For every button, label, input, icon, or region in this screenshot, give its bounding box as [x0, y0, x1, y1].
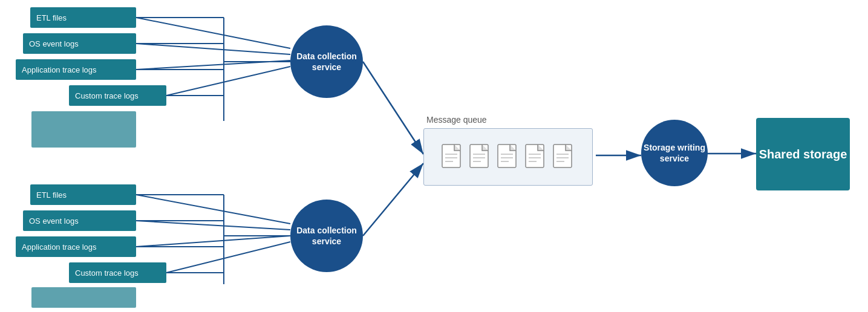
svg-line-23 [363, 163, 423, 236]
os-event-logs-bot: OS event logs [23, 210, 136, 231]
page-icon-2 [469, 143, 492, 171]
svg-line-3 [136, 44, 290, 54]
svg-line-13 [136, 195, 290, 224]
architecture-diagram: ETL files OS event logs Application trac… [0, 0, 868, 312]
custom-trace-logs-bot: Custom trace logs [69, 262, 166, 283]
etl-files-bot: ETL files [30, 184, 136, 205]
svg-line-4 [136, 60, 290, 70]
shared-storage-box: Shared storage [756, 118, 850, 190]
svg-line-16 [166, 242, 290, 273]
page-icon-5 [552, 143, 575, 171]
page-icon-4 [524, 143, 547, 171]
svg-line-14 [136, 221, 290, 230]
page-icon-3 [497, 143, 520, 171]
queue-box [423, 128, 593, 186]
etl-files-top: ETL files [30, 7, 136, 28]
svg-line-5 [166, 67, 290, 96]
data-collection-circle-bot: Data collection service [290, 200, 363, 272]
custom-trace-logs-top: Custom trace logs [69, 85, 166, 106]
svg-line-2 [136, 18, 290, 48]
svg-line-15 [136, 236, 290, 247]
app-trace-logs-bot: Application trace logs [16, 236, 136, 257]
data-collection-circle-top: Data collection service [290, 25, 363, 98]
extra-box-top [31, 111, 136, 148]
extra-box-bot [31, 287, 136, 308]
storage-writing-circle: Storage writing service [641, 120, 708, 186]
page-icon-1 [441, 143, 464, 171]
message-queue-label: Message queue [423, 115, 593, 125]
os-event-logs-top: OS event logs [23, 33, 136, 54]
svg-line-12 [363, 62, 423, 154]
message-queue-area: Message queue [423, 115, 593, 193]
app-trace-logs-top: Application trace logs [16, 59, 136, 80]
